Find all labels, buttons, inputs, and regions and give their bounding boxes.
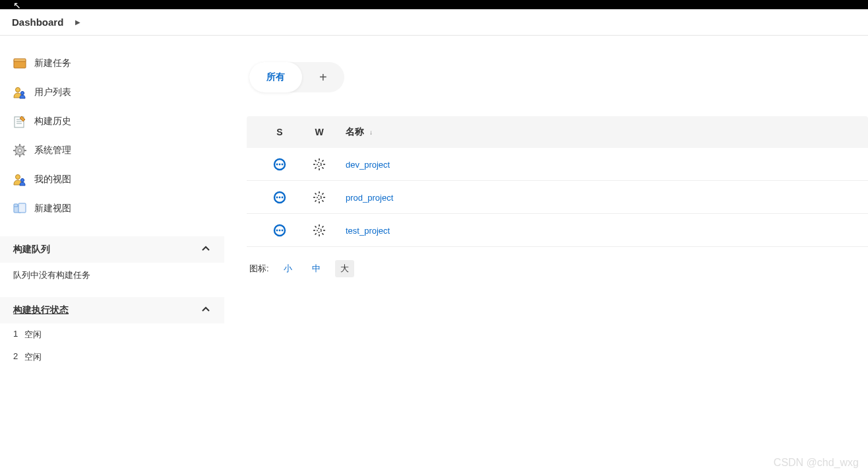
new-view-icon bbox=[13, 202, 26, 215]
svg-line-59 bbox=[322, 233, 323, 234]
job-link[interactable]: dev_project bbox=[346, 160, 390, 170]
svg-point-53 bbox=[317, 228, 321, 232]
sidebar-build-history[interactable]: 构建历史 bbox=[0, 107, 224, 136]
svg-point-19 bbox=[20, 178, 24, 182]
svg-point-2 bbox=[16, 88, 20, 92]
sort-down-icon: ↓ bbox=[369, 129, 373, 136]
svg-line-34 bbox=[322, 160, 323, 161]
top-black-bar: ↖ bbox=[0, 0, 868, 9]
executor-number: 1 bbox=[13, 329, 18, 341]
svg-line-60 bbox=[322, 226, 323, 227]
job-link[interactable]: test_project bbox=[346, 226, 390, 236]
build-queue-title: 构建队列 bbox=[13, 244, 50, 255]
svg-line-33 bbox=[322, 167, 323, 168]
svg-point-24 bbox=[276, 163, 278, 165]
status-notbuilt-icon bbox=[260, 224, 299, 237]
sidebar-new-item[interactable]: 新建任务 bbox=[0, 49, 224, 78]
history-icon bbox=[13, 115, 26, 128]
executor-state: 空闲 bbox=[24, 329, 42, 341]
build-queue-header[interactable]: 构建队列 bbox=[0, 236, 224, 263]
svg-rect-22 bbox=[18, 203, 26, 213]
sidebar-item-label: 系统管理 bbox=[34, 145, 71, 156]
svg-point-52 bbox=[282, 229, 284, 231]
executor-status-header[interactable]: 构建执行状态 bbox=[0, 297, 224, 323]
col-header-weather[interactable]: W bbox=[299, 127, 339, 137]
svg-line-61 bbox=[315, 233, 317, 234]
build-queue-empty: 队列中没有构建任务 bbox=[0, 263, 224, 281]
my-views-icon bbox=[13, 173, 26, 186]
executor-row: 1 空闲 bbox=[0, 323, 224, 346]
icon-size-medium[interactable]: 中 bbox=[307, 260, 326, 277]
svg-line-16 bbox=[22, 146, 24, 148]
tab-label: 所有 bbox=[266, 71, 285, 83]
svg-rect-1 bbox=[14, 59, 26, 61]
svg-point-39 bbox=[282, 196, 284, 198]
svg-line-32 bbox=[315, 160, 317, 161]
svg-line-14 bbox=[15, 146, 17, 148]
svg-line-17 bbox=[15, 153, 17, 155]
svg-point-50 bbox=[276, 229, 278, 231]
sidebar-item-label: 我的视图 bbox=[34, 174, 71, 186]
sidebar-manage[interactable]: 系统管理 bbox=[0, 136, 224, 165]
breadcrumb: Dashboard ▶ bbox=[0, 9, 868, 36]
sidebar-item-label: 新建任务 bbox=[34, 57, 71, 69]
svg-point-37 bbox=[276, 196, 278, 198]
executor-number: 2 bbox=[13, 351, 18, 363]
sidebar: 新建任务 用户列表 构建历史 系统管理 我的视图 bbox=[0, 36, 224, 474]
weather-nodata-icon bbox=[299, 224, 339, 237]
weather-nodata-icon bbox=[299, 158, 339, 171]
col-header-name-label: 名称 bbox=[346, 126, 364, 137]
sidebar-item-label: 用户列表 bbox=[34, 86, 71, 98]
main-content: 所有 + S W 名称 ↓ bbox=[224, 36, 868, 474]
new-item-icon bbox=[13, 57, 26, 70]
svg-line-47 bbox=[322, 193, 323, 194]
icon-size-label: 图标: bbox=[249, 263, 269, 275]
table-row[interactable]: dev_project bbox=[247, 148, 868, 181]
executor-state: 空闲 bbox=[24, 351, 42, 363]
chevron-right-icon[interactable]: ▶ bbox=[75, 18, 80, 26]
plus-icon: + bbox=[319, 70, 327, 85]
svg-point-38 bbox=[279, 196, 281, 198]
icon-size-small[interactable]: 小 bbox=[278, 260, 297, 277]
chevron-up-icon bbox=[201, 304, 211, 317]
tab-all[interactable]: 所有 bbox=[249, 62, 302, 92]
svg-line-15 bbox=[22, 153, 24, 155]
cursor-icon: ↖ bbox=[13, 0, 21, 11]
svg-line-58 bbox=[315, 226, 317, 227]
svg-line-45 bbox=[315, 193, 317, 194]
svg-rect-21 bbox=[14, 204, 18, 207]
view-tabs: 所有 + bbox=[249, 62, 344, 92]
svg-point-25 bbox=[279, 163, 281, 165]
weather-nodata-icon bbox=[299, 191, 339, 204]
icon-size-large[interactable]: 大 bbox=[335, 260, 354, 277]
sidebar-item-label: 构建历史 bbox=[34, 116, 71, 127]
status-notbuilt-icon bbox=[260, 191, 299, 204]
tab-add[interactable]: + bbox=[302, 62, 344, 92]
table-row[interactable]: prod_project bbox=[247, 181, 868, 214]
table-row[interactable]: test_project bbox=[247, 214, 868, 247]
breadcrumb-dashboard[interactable]: Dashboard bbox=[12, 17, 63, 28]
svg-point-9 bbox=[18, 149, 22, 152]
executor-status-title: 构建执行状态 bbox=[13, 304, 69, 316]
svg-line-48 bbox=[315, 200, 317, 201]
chevron-up-icon bbox=[201, 244, 211, 256]
job-link[interactable]: prod_project bbox=[346, 193, 393, 203]
svg-line-46 bbox=[322, 200, 323, 201]
svg-point-26 bbox=[282, 163, 284, 165]
svg-point-40 bbox=[317, 195, 321, 199]
sidebar-new-view[interactable]: 新建视图 bbox=[0, 194, 224, 223]
icon-size-selector: 图标: 小 中 大 bbox=[227, 260, 868, 277]
col-header-name[interactable]: 名称 ↓ bbox=[339, 126, 855, 138]
svg-point-27 bbox=[317, 162, 321, 166]
svg-point-51 bbox=[279, 229, 281, 231]
sidebar-people[interactable]: 用户列表 bbox=[0, 78, 224, 107]
svg-point-3 bbox=[20, 91, 24, 94]
col-header-status[interactable]: S bbox=[260, 127, 299, 137]
gear-icon bbox=[13, 144, 26, 157]
executor-row: 2 空闲 bbox=[0, 346, 224, 368]
svg-line-35 bbox=[315, 167, 317, 168]
people-icon bbox=[13, 86, 26, 99]
table-header-row: S W 名称 ↓ bbox=[247, 116, 868, 148]
status-notbuilt-icon bbox=[260, 158, 299, 171]
sidebar-my-views[interactable]: 我的视图 bbox=[0, 165, 224, 194]
